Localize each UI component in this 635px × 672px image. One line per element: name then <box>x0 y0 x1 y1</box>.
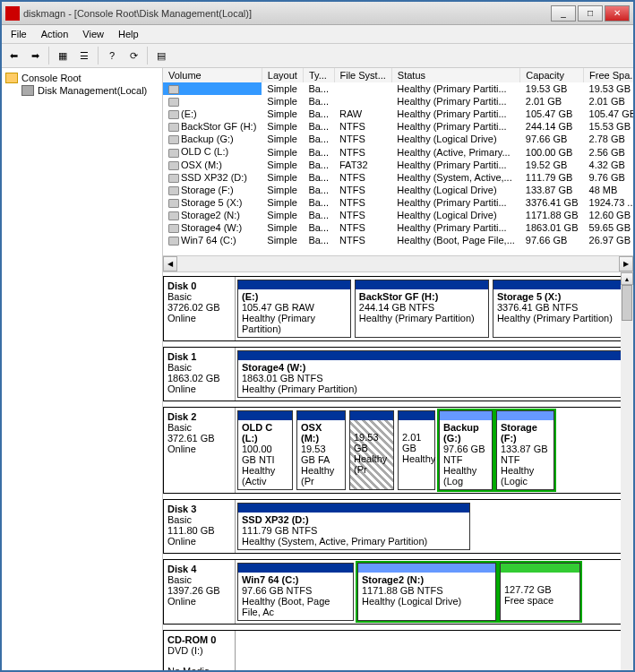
volume-icon <box>168 110 179 119</box>
scroll-left-button[interactable]: ◀ <box>163 256 177 271</box>
tree-root[interactable]: Console Root <box>5 72 159 84</box>
disk-2-part-l[interactable]: OLD C (L:)100.00 GB NTIHealthy (Activ <box>237 410 293 490</box>
list-button[interactable]: ▤ <box>151 46 171 65</box>
volume-icon <box>168 211 179 220</box>
disk-0-part-x[interactable]: Storage 5 (X:)3376.41 GB NTFSHealthy (Pr… <box>493 280 627 338</box>
tree-disk-mgmt[interactable]: Disk Management(Local) <box>21 84 159 97</box>
disk-4-row[interactable]: Disk 4Basic1397.26 GBOnline Win7 64 (C:)… <box>163 559 630 625</box>
volume-icon <box>168 186 179 195</box>
volume-icon <box>168 199 179 208</box>
volume-icon <box>168 237 179 246</box>
graphical-view: Disk 0 Basic 3726.02 GB Online (E:)105.4… <box>163 272 633 671</box>
volume-icon <box>168 85 179 94</box>
maximize-button[interactable]: □ <box>578 5 603 22</box>
volume-icon <box>168 174 179 183</box>
tree-child-label: Disk Management(Local) <box>38 85 147 96</box>
disk-1-part-w[interactable]: Storage4 (W:)1863.01 GB NTFSHealthy (Pri… <box>237 350 627 398</box>
disk-2-row[interactable]: Disk 2Basic372.61 GBOnline OLD C (L:)100… <box>163 407 630 494</box>
menu-help[interactable]: Help <box>111 27 146 41</box>
scroll-up-button[interactable]: ▲ <box>621 272 633 285</box>
tree-pane: Console Root Disk Management(Local) <box>2 68 163 672</box>
toolbar: ⬅ ➡ ▦ ☰ ? ⟳ ▤ <box>2 44 633 68</box>
table-row[interactable]: SimpleBa...Healthy (Primary Partiti...2.… <box>163 95 633 108</box>
scroll-thumb[interactable] <box>622 285 632 321</box>
refresh-button[interactable]: ⟳ <box>124 46 143 65</box>
forward-button[interactable]: ➡ <box>25 46 45 65</box>
col-header[interactable]: Capacity <box>520 68 584 82</box>
help-button[interactable]: ? <box>102 46 122 65</box>
col-header[interactable]: Ty... <box>303 68 334 82</box>
col-header[interactable]: File Syst... <box>334 68 391 82</box>
table-row[interactable]: SSD XP32 (D:)SimpleBa...NTFSHealthy (Sys… <box>163 171 633 184</box>
disk-2-part-u2[interactable]: 2.01 GBHealthy <box>398 410 435 490</box>
disk-3-row[interactable]: Disk 3Basic111.80 GBOnline SSD XP32 (D:)… <box>163 499 630 554</box>
volume-icon <box>168 98 179 107</box>
volume-icon <box>168 135 179 144</box>
h-scrollbar[interactable]: ◀ ▶ <box>163 256 633 272</box>
disk-2-part-u1[interactable]: 19.53 GBHealthy (Pr <box>349 410 394 490</box>
table-row[interactable]: BackStor GF (H:)SimpleBa...NTFSHealthy (… <box>163 120 633 133</box>
close-button[interactable]: ✕ <box>605 5 630 22</box>
disk-0-row[interactable]: Disk 0 Basic 3726.02 GB Online (E:)105.4… <box>163 276 630 341</box>
table-row[interactable]: Storage 5 (X:)SimpleBa...NTFSHealthy (Pr… <box>163 196 633 209</box>
disk-4-free[interactable]: 127.72 GBFree space <box>500 563 580 621</box>
menubar: File Action View Help <box>2 25 633 44</box>
disk-icon <box>21 85 34 96</box>
disk-4-part-c[interactable]: Win7 64 (C:)97.66 GB NTFSHealthy (Boot, … <box>237 563 354 621</box>
table-row[interactable]: Storage2 (N:)SimpleBa...NTFSHealthy (Log… <box>163 209 633 221</box>
menu-view[interactable]: View <box>75 27 111 41</box>
table-row[interactable]: SimpleBa...Healthy (Primary Partiti...19… <box>163 82 633 95</box>
disk-4-label: Disk 4Basic1397.26 GBOnline <box>164 560 236 624</box>
title-text: diskmagn - [Console Root\Disk Management… <box>23 8 551 19</box>
menu-file[interactable]: File <box>4 27 34 41</box>
disk-0-part-e[interactable]: (E:)105.47 GB RAWHealthy (Primary Partit… <box>237 280 351 338</box>
app-icon <box>5 6 20 21</box>
disk-4-part-n[interactable]: Storage2 (N:)1171.88 GB NTFSHealthy (Log… <box>357 563 496 621</box>
table-row[interactable]: Storage4 (W:)SimpleBa...NTFSHealthy (Pri… <box>163 221 633 234</box>
titlebar: diskmagn - [Console Root\Disk Management… <box>2 2 633 25</box>
table-row[interactable]: Backup (G:)SimpleBa...NTFSHealthy (Logic… <box>163 133 633 145</box>
table-row[interactable]: OLD C (L:)SimpleBa...NTFSHealthy (Active… <box>163 145 633 158</box>
disk-1-label: Disk 1Basic1863.02 GBOnline <box>164 348 236 401</box>
volume-icon <box>168 224 179 233</box>
volume-list: VolumeLayoutTy...File Syst...StatusCapac… <box>163 68 633 256</box>
cdrom-label: CD-ROM 0DVD (I:)No Media <box>164 631 236 671</box>
scroll-right-button[interactable]: ▶ <box>619 256 633 271</box>
v-scrollbar[interactable]: ▲ <box>621 272 633 671</box>
scroll-track[interactable] <box>177 256 619 271</box>
volume-icon <box>168 149 179 158</box>
disk-3-part-d[interactable]: SSD XP32 (D:)111.79 GB NTFSHealthy (Syst… <box>237 503 470 550</box>
minimize-button[interactable]: _ <box>551 5 576 22</box>
settings-button[interactable]: ☰ <box>74 46 94 65</box>
table-row[interactable]: Storage (F:)SimpleBa...NTFSHealthy (Logi… <box>163 184 633 196</box>
volume-icon <box>168 161 179 170</box>
disk-0-label: Disk 0 Basic 3726.02 GB Online <box>164 277 236 340</box>
table-row[interactable]: OSX (M:)SimpleBa...FAT32Healthy (Primary… <box>163 159 633 171</box>
disk-1-row[interactable]: Disk 1Basic1863.02 GBOnline Storage4 (W:… <box>163 347 630 401</box>
col-header[interactable]: Volume <box>163 68 262 82</box>
disk-3-label: Disk 3Basic111.80 GBOnline <box>164 500 236 553</box>
disk-2-part-g[interactable]: Backup (G:)97.66 GB NTFHealthy (Log <box>439 410 493 490</box>
disk-2-label: Disk 2Basic372.61 GBOnline <box>164 408 236 493</box>
volume-icon <box>168 123 179 132</box>
back-button[interactable]: ⬅ <box>4 46 23 65</box>
folder-icon <box>5 73 18 83</box>
col-header[interactable]: Status <box>391 68 519 82</box>
view-button[interactable]: ▦ <box>53 46 73 65</box>
disk-0-part-h[interactable]: BackStor GF (H:)244.14 GB NTFSHealthy (P… <box>355 280 489 338</box>
menu-action[interactable]: Action <box>34 27 76 41</box>
col-header[interactable]: Free Spa... <box>584 68 633 82</box>
cdrom-row[interactable]: CD-ROM 0DVD (I:)No Media <box>163 630 630 671</box>
disk-2-part-m[interactable]: OSX (M:)19.53 GB FAHealthy (Pr <box>296 410 346 490</box>
table-row[interactable]: (E:)SimpleBa...RAWHealthy (Primary Parti… <box>163 108 633 120</box>
disk-2-part-f[interactable]: Storage (F:)133.87 GB NTFHealthy (Logic <box>496 410 554 490</box>
col-header[interactable]: Layout <box>262 68 303 82</box>
tree-root-label: Console Root <box>21 73 82 83</box>
table-row[interactable]: Win7 64 (C:)SimpleBa...NTFSHealthy (Boot… <box>163 234 633 246</box>
